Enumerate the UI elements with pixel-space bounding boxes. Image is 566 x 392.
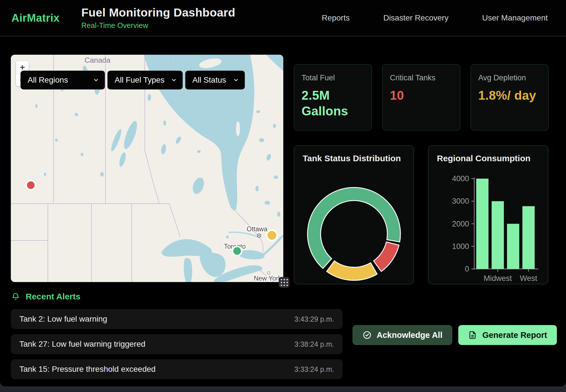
stat-card-avg-depletion: Avg Depletion 1.8%/ day [471,64,549,130]
country-label: Canada [84,56,111,64]
app-logo: AirMatrix [11,12,60,24]
stat-cards: Total Fuel 2.5M Gallons Critical Tanks 1… [294,64,549,130]
nav-disaster-recovery[interactable]: Disaster Recovery [383,13,449,23]
alert-text: Tank 2: Low fuel warning [19,315,107,324]
fuel-type-filter-value: All Fuel Types [115,75,164,85]
stat-value: 10 [390,87,453,103]
map-marker-normal[interactable] [233,246,242,256]
generate-report-label: Generate Report [482,330,547,340]
dashboard-window: AirMatrix Fuel Monitoring Dashboard Real… [0,0,566,387]
stat-label: Critical Tanks [390,74,453,82]
nav-reports[interactable]: Reports [322,13,350,23]
check-circle-icon [363,330,372,340]
title-block: Fuel Monitoring Dashboard Real-Time Over… [81,6,235,30]
alert-time: 3:43:29 p.m. [294,315,334,323]
alert-text: Tank 27: Low fuel warning triggered [19,340,145,349]
page-subtitle: Real-Time Overview [81,21,235,30]
stat-card-total-fuel: Total Fuel 2.5M Gallons [294,64,372,130]
alert-row[interactable]: Tank 2: Low fuel warning 3:43:29 p.m. [11,309,343,329]
donut-chart-title: Tank Status Distribution [303,154,401,163]
status-filter-select[interactable]: All Status [185,71,245,89]
bell-icon [11,292,20,301]
bay-island-2 [236,121,240,136]
map-filters: All Regions All Fuel Types All Status [21,71,245,89]
chevron-down-icon [171,77,177,83]
main-nav: Reports Disaster Recovery User Managemen… [322,13,548,23]
recent-alerts-header: Recent Alerts [11,292,80,301]
chevron-down-icon [233,77,239,83]
regional-consumption-bar-chart: 01000200030004000MidwestWest [428,146,548,284]
page-title: Fuel Monitoring Dashboard [81,6,235,19]
generate-report-button[interactable]: Generate Report [458,325,557,345]
newyork-city-dot [268,272,270,274]
tank-status-card: Tank Status Distribution [294,145,414,284]
map-marker-warning[interactable] [267,230,277,240]
region-filter-value: All Regions [28,75,68,85]
svg-text:0: 0 [465,265,469,273]
alert-time: 3:33:24 p.m. [294,365,334,373]
acknowledge-all-label: Acknowledge All [377,330,443,340]
map-marker-critical[interactable] [26,181,35,190]
newyork-label: New York [254,275,282,282]
stat-value: 1.8%/ day [478,87,541,103]
alert-text: Tank 15: Pressure threshold exceeded [19,365,156,374]
bar-chart-title: Regional Consumption [437,154,530,163]
ottawa-label: Ottawa [247,225,268,233]
svg-text:4000: 4000 [452,174,469,183]
stat-label: Avg Depletion [478,74,541,82]
tank-status-donut-chart [294,146,414,284]
fuel-type-filter-select[interactable]: All Fuel Types [107,71,183,89]
stat-label: Total Fuel [302,74,364,82]
file-text-icon [468,330,477,340]
alert-time: 3:38:24 p.m. [294,340,334,348]
alert-row[interactable]: Tank 27: Low fuel warning triggered 3:38… [11,334,343,354]
status-filter-value: All Status [192,75,226,85]
alert-row[interactable]: Tank 15: Pressure threshold exceeded 3:3… [11,359,343,379]
map-drag-handle[interactable] [279,277,290,288]
header: AirMatrix Fuel Monitoring Dashboard Real… [0,0,566,36]
svg-text:2000: 2000 [452,220,469,228]
svg-text:West: West [520,274,538,283]
svg-text:Midwest: Midwest [484,274,512,283]
stat-value: 2.5M Gallons [302,87,364,119]
nav-user-management[interactable]: User Management [482,13,548,23]
regional-consumption-card: Regional Consumption 01000200030004000Mi… [428,145,548,284]
region-filter-select[interactable]: All Regions [21,71,105,89]
svg-text:1000: 1000 [452,242,469,251]
map-panel: Canada Ottawa Toronto New York + − All R… [11,55,283,282]
chevron-down-icon [93,77,99,83]
ottawa-city-dot-core [258,235,260,236]
stat-card-critical-tanks: Critical Tanks 10 [382,64,460,130]
svg-text:3000: 3000 [452,197,469,205]
acknowledge-all-button[interactable]: Acknowledge All [353,325,452,345]
recent-alerts-title: Recent Alerts [26,292,80,301]
